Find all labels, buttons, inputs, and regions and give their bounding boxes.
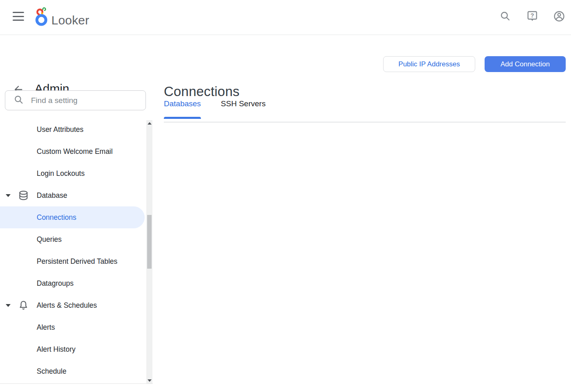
chevron-down-icon[interactable] — [6, 304, 11, 307]
search-input[interactable] — [30, 96, 132, 105]
hamburger-bar — [13, 16, 24, 17]
chevron-down-icon[interactable] — [6, 194, 11, 197]
hamburger-menu-icon[interactable] — [13, 12, 24, 21]
sidebar-item-login-lockouts[interactable]: Login Lockouts — [0, 162, 153, 184]
setting-search-box[interactable] — [5, 90, 146, 110]
search-icon — [13, 94, 24, 107]
sidebar-section-alerts-schedules[interactable]: Alerts & Schedules — [0, 294, 153, 316]
app-name: Looker — [51, 14, 89, 28]
sidebar-item-datagroups[interactable]: Datagroups — [0, 272, 153, 294]
database-icon — [18, 190, 29, 201]
page-title: Connections — [164, 84, 240, 99]
scrollbar-down-arrow[interactable] — [146, 377, 152, 384]
scrollbar-up-arrow[interactable] — [146, 120, 152, 127]
hamburger-bar — [13, 12, 24, 13]
sidebar-settings-list: User Attributes Custom Welcome Email Log… — [0, 120, 153, 384]
tab-databases[interactable]: Databases — [164, 99, 201, 119]
sidebar-item-user-attributes[interactable]: User Attributes — [0, 120, 153, 140]
sidebar-scrollbar[interactable] — [146, 120, 152, 384]
scrollbar-thumb[interactable] — [147, 215, 152, 269]
public-ip-addresses-button[interactable]: Public IP Addresses — [383, 56, 475, 72]
sidebar-item-persistent-derived-tables[interactable]: Persistent Derived Tables — [0, 250, 153, 272]
active-tab-underline — [164, 117, 201, 119]
admin-sidebar: Admin User Attributes Custom Welcome Ema… — [0, 35, 153, 392]
account-icon[interactable] — [553, 10, 566, 23]
hamburger-bar — [13, 20, 24, 21]
sidebar-item-connections[interactable]: Connections — [0, 206, 153, 228]
search-icon[interactable] — [499, 10, 512, 23]
svg-text:?: ? — [531, 12, 534, 19]
sidebar-item-custom-welcome-email[interactable]: Custom Welcome Email — [0, 140, 153, 162]
sidebar-item-schedule[interactable]: Schedule — [0, 360, 153, 382]
top-bar: Looker ? — [0, 0, 571, 35]
tab-ssh-servers[interactable]: SSH Servers — [221, 99, 266, 119]
sidebar-item-alert-history[interactable]: Alert History — [0, 338, 153, 360]
connections-page: Connections Public IP Addresses Add Conn… — [153, 35, 571, 392]
looker-logo[interactable]: Looker — [35, 7, 89, 28]
bell-icon — [18, 300, 29, 311]
connections-tabs: Databases SSH Servers — [164, 99, 266, 119]
looker-logo-icon — [35, 7, 49, 28]
sidebar-item-queries[interactable]: Queries — [0, 228, 153, 250]
sidebar-section-database[interactable]: Database — [0, 184, 153, 206]
add-connection-button[interactable]: Add Connection — [485, 56, 566, 72]
looker-admin-screen: Looker ? — [0, 0, 571, 392]
tabs-divider — [164, 122, 566, 123]
sidebar-item-alerts[interactable]: Alerts — [0, 316, 153, 338]
topbar-actions: ? — [499, 10, 566, 23]
help-icon[interactable]: ? — [526, 10, 539, 23]
